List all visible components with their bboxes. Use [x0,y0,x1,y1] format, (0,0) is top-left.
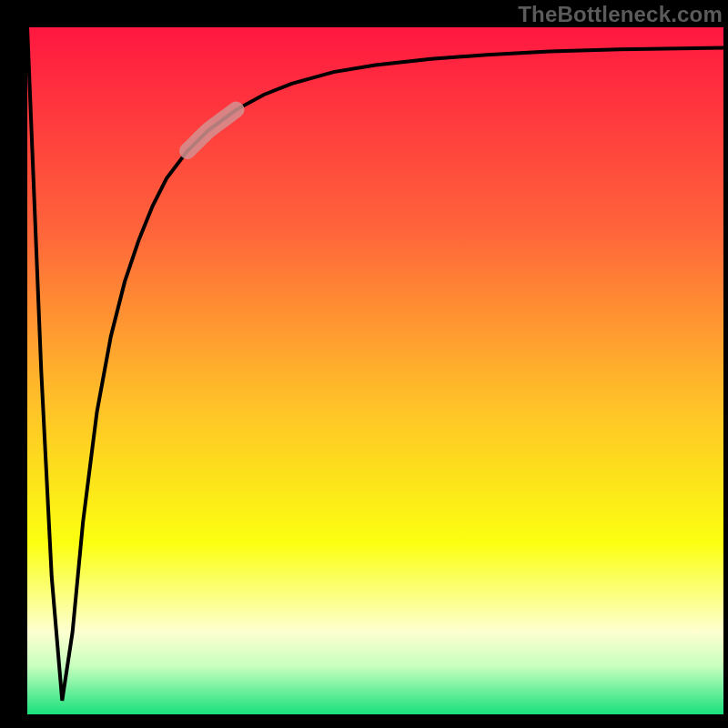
watermark-text: TheBottleneck.com [518,2,723,27]
chart-frame: TheBottleneck.com [0,0,728,728]
plot-background [27,27,723,714]
chart-svg [0,0,728,728]
